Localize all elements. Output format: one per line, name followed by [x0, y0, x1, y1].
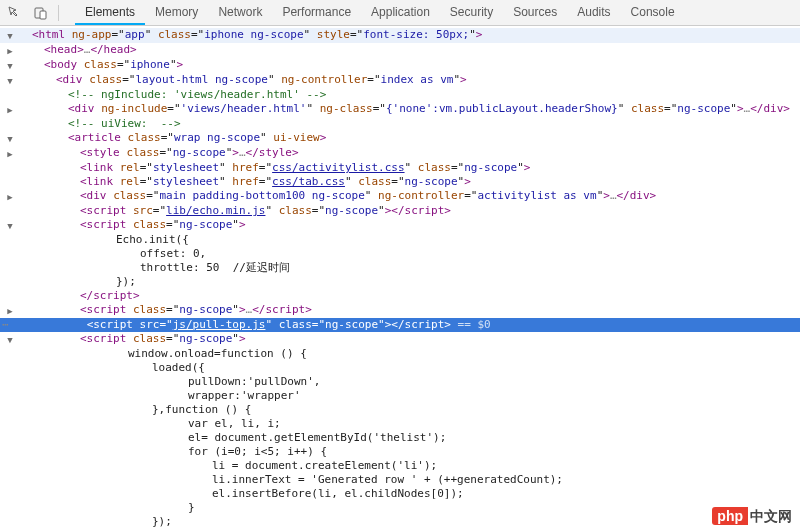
dom-tree-line[interactable]: } [0, 501, 800, 515]
tab-network[interactable]: Network [208, 1, 272, 25]
expand-arrow-icon[interactable]: ▼ [4, 74, 16, 88]
device-toggle-icon[interactable] [32, 4, 50, 22]
dom-tree-line[interactable]: ▶<style class="ng-scope">…</style> [0, 146, 800, 161]
watermark-badge: php [712, 507, 748, 525]
dom-tree-line[interactable]: ▼<article class="wrap ng-scope" ui-view> [0, 131, 800, 146]
tab-memory[interactable]: Memory [145, 1, 208, 25]
tab-sources[interactable]: Sources [503, 1, 567, 25]
tab-elements[interactable]: Elements [75, 1, 145, 25]
dom-tree-line[interactable]: var el, li, i; [0, 417, 800, 431]
dom-tree-line[interactable]: ▼<script class="ng-scope"> [0, 332, 800, 347]
dom-tree-line[interactable]: ⋯<script src="js/pull-top.js" class="ng-… [0, 318, 800, 332]
dom-tree-line[interactable]: <!-- uiView: --> [0, 117, 800, 131]
dom-tree-line[interactable]: el.insertBefore(li, el.childNodes[0]); [0, 487, 800, 501]
dom-tree-line[interactable]: </script> [0, 289, 800, 303]
devtools-tabs: ElementsMemoryNetworkPerformanceApplicat… [75, 1, 685, 25]
expand-arrow-icon[interactable]: ▶ [4, 190, 16, 204]
dom-tree-line[interactable]: <!-- ngInclude: 'views/header.html' --> [0, 88, 800, 102]
expand-arrow-icon[interactable]: ▶ [4, 304, 16, 318]
elements-tree[interactable]: ▼<html ng-app="app" class="iphone ng-sco… [0, 26, 800, 527]
devtools-toolbar: ElementsMemoryNetworkPerformanceApplicat… [0, 0, 800, 26]
dom-tree-line[interactable]: for (i=0; i<5; i++) { [0, 445, 800, 459]
dom-tree-line[interactable]: ▶<head>…</head> [0, 43, 800, 58]
watermark: php中文网 [712, 509, 792, 523]
toolbar-divider [58, 5, 59, 21]
dom-tree-line[interactable]: window.onload=function () { [0, 347, 800, 361]
expand-arrow-icon[interactable]: ▼ [4, 219, 16, 233]
expand-arrow-icon[interactable]: ▼ [4, 29, 16, 43]
dom-tree-line[interactable]: el= document.getElementById('thelist'); [0, 431, 800, 445]
dom-tree-line[interactable]: loaded({ [0, 361, 800, 375]
dom-tree-line[interactable]: }); [0, 275, 800, 289]
tab-console[interactable]: Console [621, 1, 685, 25]
dom-tree-line[interactable]: }); [0, 515, 800, 527]
dom-tree-line[interactable]: ▼<body class="iphone"> [0, 58, 800, 73]
dom-tree-line[interactable]: ▼<html ng-app="app" class="iphone ng-sco… [0, 28, 800, 43]
tab-performance[interactable]: Performance [272, 1, 361, 25]
dom-tree-line[interactable]: wrapper:'wrapper' [0, 389, 800, 403]
tab-audits[interactable]: Audits [567, 1, 620, 25]
dom-tree-line[interactable]: },function () { [0, 403, 800, 417]
expand-arrow-icon[interactable]: ▼ [4, 59, 16, 73]
dom-tree-line[interactable]: <link rel="stylesheet" href="css/activit… [0, 161, 800, 175]
inspect-icon[interactable] [6, 4, 24, 22]
dom-tree-line[interactable]: Echo.init({ [0, 233, 800, 247]
dom-tree-line[interactable]: li = document.createElement('li'); [0, 459, 800, 473]
dom-tree-line[interactable]: ▶<script class="ng-scope">…</script> [0, 303, 800, 318]
watermark-text: 中文网 [748, 508, 792, 524]
dom-tree-line[interactable]: offset: 0, [0, 247, 800, 261]
dom-tree-line[interactable]: li.innerText = 'Generated row ' + (++gen… [0, 473, 800, 487]
tab-application[interactable]: Application [361, 1, 440, 25]
tab-security[interactable]: Security [440, 1, 503, 25]
expand-arrow-icon[interactable]: ▼ [4, 132, 16, 146]
expand-arrow-icon[interactable]: ▶ [4, 103, 16, 117]
expand-arrow-icon[interactable]: ▶ [4, 147, 16, 161]
svg-rect-1 [40, 11, 46, 19]
expand-arrow-icon[interactable]: ▶ [4, 44, 16, 58]
dom-tree-line[interactable]: <link rel="stylesheet" href="css/tab.css… [0, 175, 800, 189]
dom-tree-line[interactable]: ▶<div class="main padding-bottom100 ng-s… [0, 189, 800, 204]
dom-tree-line[interactable]: ▼<div class="layout-html ng-scope" ng-co… [0, 73, 800, 88]
expand-arrow-icon[interactable]: ▼ [4, 333, 16, 347]
dom-tree-line[interactable]: ▼<script class="ng-scope"> [0, 218, 800, 233]
dom-tree-line[interactable]: ▶<div ng-include="'views/header.html'" n… [0, 102, 800, 117]
dom-tree-line[interactable]: throttle: 50 //延迟时间 [0, 261, 800, 275]
dom-tree-line[interactable]: <script src="lib/echo.min.js" class="ng-… [0, 204, 800, 218]
dom-tree-line[interactable]: pullDown:'pullDown', [0, 375, 800, 389]
